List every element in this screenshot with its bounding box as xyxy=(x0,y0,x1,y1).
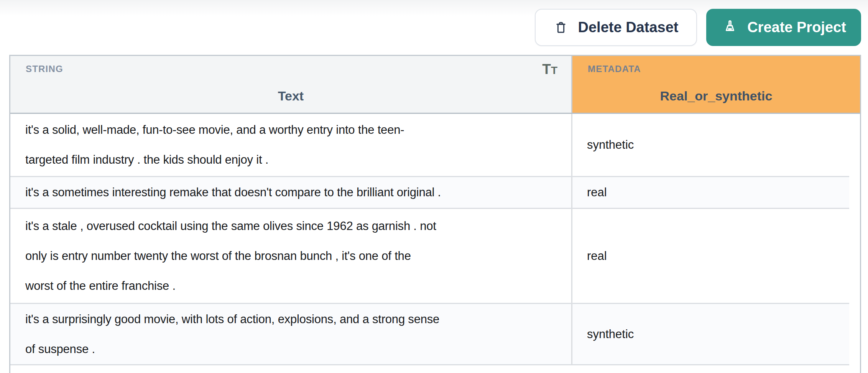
metadata-cell: real xyxy=(572,177,849,208)
create-project-label: Create Project xyxy=(747,19,846,36)
table-row[interactable]: it's a solid, well-made, fun-to-see movi… xyxy=(10,114,849,177)
metadata-cell: synthetic xyxy=(572,304,849,364)
table-row[interactable]: it's a stale , overused cocktail using t… xyxy=(10,209,849,304)
trash-icon xyxy=(554,20,568,35)
next-row-partial xyxy=(10,365,849,373)
metadata-cell: synthetic xyxy=(572,114,849,176)
delete-dataset-label: Delete Dataset xyxy=(578,19,679,36)
text-type-icon[interactable]: TT xyxy=(542,62,557,76)
create-project-button[interactable]: Create Project xyxy=(706,9,861,46)
table-header: STRING TT Text METADATA Real_or_syntheti… xyxy=(10,56,860,114)
text-cell: it's a sometimes interesting remake that… xyxy=(10,177,572,208)
column-header-real-or-synthetic[interactable]: METADATA Real_or_synthetic xyxy=(572,56,860,113)
table-row[interactable]: it's a surprisingly good movie, with lot… xyxy=(10,304,849,365)
column-type-label: STRING xyxy=(26,64,63,74)
dataset-table: STRING TT Text METADATA Real_or_syntheti… xyxy=(9,55,861,373)
broom-icon xyxy=(721,19,739,36)
text-cell: it's a solid, well-made, fun-to-see movi… xyxy=(10,114,572,176)
column-type-label: METADATA xyxy=(588,64,641,74)
column-header-text[interactable]: STRING TT Text xyxy=(10,56,572,113)
delete-dataset-button[interactable]: Delete Dataset xyxy=(535,9,697,46)
text-cell: it's a stale , overused cocktail using t… xyxy=(10,209,572,303)
table-row[interactable]: it's a sometimes interesting remake that… xyxy=(10,177,849,209)
metadata-cell: real xyxy=(572,209,849,303)
column-title: Text xyxy=(278,89,304,104)
column-title: Real_or_synthetic xyxy=(660,89,773,104)
table-body: it's a solid, well-made, fun-to-see movi… xyxy=(10,114,860,373)
text-cell: it's a surprisingly good movie, with lot… xyxy=(10,304,572,364)
